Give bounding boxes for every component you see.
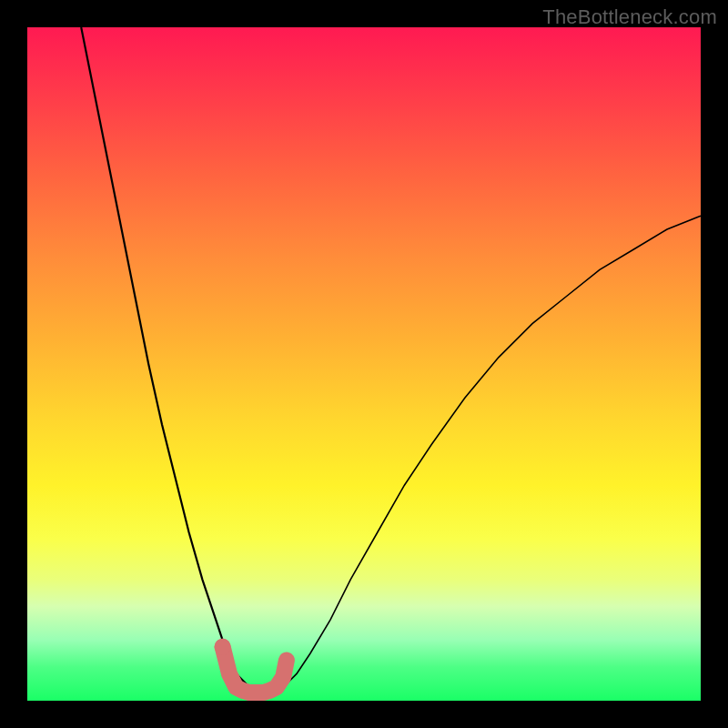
valley-marker-dot [215,639,231,655]
plot-area [27,27,701,701]
chart-frame: TheBottleneck.com [0,0,728,728]
watermark-text: TheBottleneck.com [542,5,717,29]
curve-layer [27,27,701,701]
right-curve [283,216,701,687]
left-curve [81,27,249,687]
valley-marker [223,647,287,693]
